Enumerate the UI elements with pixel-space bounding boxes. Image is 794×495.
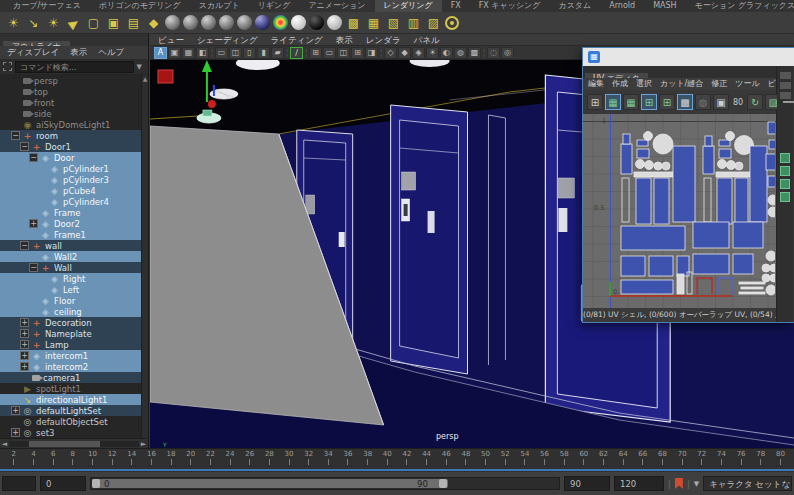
time-tick-32[interactable]: 32 [299, 450, 319, 467]
move-uv-shell-icon[interactable]: ▦ [605, 94, 621, 110]
shaded-icon[interactable]: ◆ [398, 47, 411, 59]
time-tick-28[interactable]: 28 [260, 450, 280, 467]
toolkit-green-button[interactable] [780, 192, 790, 202]
render-view-icon[interactable]: ▥ [405, 14, 422, 32]
image-based-light-icon[interactable]: ◆ [145, 14, 162, 32]
shelf-tab-カーブ/サーフェス[interactable]: カーブ/サーフェス [4, 0, 90, 12]
uv-sew-icon[interactable]: ▦ [623, 94, 639, 110]
shelf-tab-モーション グラフィックス[interactable]: モーション グラフィックス [686, 0, 794, 12]
scroll-right-icon[interactable]: ► [139, 440, 148, 448]
lights-icon[interactable]: ☀ [426, 47, 439, 59]
isolate-select-icon[interactable]: ◎ [501, 47, 514, 59]
time-tick-70[interactable]: 70 [672, 450, 692, 467]
ramp-shader-sphere[interactable] [273, 15, 288, 30]
time-tick-36[interactable]: 36 [338, 450, 358, 467]
character-set-caret-icon[interactable]: ▼ [694, 480, 699, 488]
time-tick-38[interactable]: 38 [358, 450, 378, 467]
toolkit-green-button[interactable] [780, 166, 790, 176]
time-tick-62[interactable]: 62 [594, 450, 614, 467]
xray-icon[interactable]: ◌ [487, 47, 500, 59]
selection-mode-icon[interactable] [3, 62, 12, 71]
animation-start-field[interactable] [2, 476, 36, 491]
time-tick-48[interactable]: 48 [456, 450, 476, 467]
grid-snap-icon[interactable]: ⊞ [641, 94, 657, 110]
brightness-slider[interactable] [783, 94, 794, 110]
antialias-icon[interactable]: ▩ [468, 47, 481, 59]
single-pane-icon[interactable]: ▭ [323, 47, 336, 59]
menu-ライティング[interactable]: ライティング [271, 34, 323, 45]
time-tick-58[interactable]: 58 [554, 450, 574, 467]
volume-light-icon[interactable]: ▣ [105, 14, 122, 32]
menu-ツール[interactable]: ツール [735, 78, 759, 90]
point-light-icon[interactable]: ☀ [5, 14, 22, 32]
select-camera-icon[interactable]: A [154, 47, 167, 59]
expand-toggle-icon[interactable]: − [20, 142, 29, 151]
outliner-item-Door[interactable]: −◈Door [0, 152, 148, 163]
time-tick-16[interactable]: 16 [142, 450, 162, 467]
film-gate-icon[interactable]: ◫ [229, 47, 242, 59]
area-light-icon[interactable]: ▢ [85, 14, 102, 32]
hscroll-track[interactable] [9, 441, 139, 447]
range-slider-fill[interactable] [92, 479, 448, 488]
menu-ディスプレイ[interactable]: ディスプレイ [7, 46, 59, 59]
time-tick-22[interactable]: 22 [201, 450, 221, 467]
time-tick-76[interactable]: 76 [731, 450, 751, 467]
expand-toggle-icon[interactable]: + [11, 428, 20, 437]
outliner-item-camera1[interactable]: camera1 [0, 372, 148, 383]
toolkit-green-button[interactable] [780, 179, 790, 189]
shelf-tab-カスタム[interactable]: カスタム [549, 0, 600, 12]
lambert-sphere[interactable] [201, 15, 216, 30]
outliner-item-spotLight1[interactable]: ▶spotLight1 [0, 383, 148, 394]
phong-sphere[interactable] [219, 15, 234, 30]
refresh-icon[interactable]: ↻ [747, 94, 763, 110]
render-settings-icon[interactable]: ▧ [385, 14, 402, 32]
time-tick-66[interactable]: 66 [633, 450, 653, 467]
outliner-item-Floor[interactable]: ◈Floor [0, 295, 148, 306]
menu-ヘルプ[interactable]: ヘルプ [98, 46, 124, 59]
menu-表示[interactable]: 表示 [336, 34, 353, 45]
anisotropic-sphere[interactable] [237, 15, 252, 30]
time-tick-44[interactable]: 44 [417, 450, 437, 467]
playback-start-field[interactable]: 0 [40, 476, 86, 491]
time-tick-8[interactable]: 8 [63, 450, 83, 467]
uv-lattice-icon[interactable]: ⊞ [587, 94, 603, 110]
shelf-tab-リギング[interactable]: リギング [249, 0, 300, 12]
character-set-field[interactable]: キャラクタ セットなし [703, 476, 792, 491]
uv-window-titlebar[interactable]: ▦ [583, 48, 794, 66]
menu-パネル[interactable]: パネル [414, 34, 440, 45]
lock-camera-icon[interactable]: ▣ [168, 47, 181, 59]
shelf-tab-MASH[interactable]: MASH [644, 0, 685, 12]
expand-toggle-icon[interactable]: − [11, 131, 20, 140]
menu-シェーディング[interactable]: シェーディング [197, 34, 258, 45]
expand-toggle-icon[interactable]: + [20, 329, 29, 338]
time-tick-30[interactable]: 30 [279, 450, 299, 467]
outliner-item-aiSkyDomeLight1[interactable]: ◉aiSkyDomeLight1 [0, 119, 148, 130]
displacement-icon[interactable]: ▩ [345, 14, 362, 32]
shelf-tab-レンダリング[interactable]: レンダリング [375, 0, 442, 12]
time-tick-80[interactable]: 80 [771, 450, 791, 467]
time-tick-64[interactable]: 64 [613, 450, 633, 467]
outliner-item-pCylinder4[interactable]: ◈pCylinder4 [0, 196, 148, 207]
bookmark-icon[interactable]: ◧ [196, 47, 209, 59]
hscroll-thumb[interactable] [29, 441, 101, 447]
outliner-item-side[interactable]: side [0, 108, 148, 119]
layered-shader-sphere[interactable] [255, 15, 270, 30]
toolkit-green-button[interactable] [780, 153, 790, 163]
outliner-item-pCylinder3[interactable]: ◈pCylinder3 [0, 174, 148, 185]
shelf-tab-アニメーション[interactable]: アニメーション [299, 0, 374, 12]
two-pane-icon[interactable]: ◫ [337, 47, 350, 59]
spot-light-icon[interactable]: ▶ [61, 10, 85, 34]
menu-修正[interactable]: 修正 [711, 78, 727, 90]
command-search-input[interactable]: コマンド検索... [15, 61, 134, 73]
menu-編集[interactable]: 編集 [588, 78, 604, 90]
time-tick-40[interactable]: 40 [377, 450, 397, 467]
outliner-item-Left[interactable]: ◈Left [0, 284, 148, 295]
tile-outline-icon[interactable]: ▩ [677, 94, 693, 110]
outliner-item-defaultLightSet[interactable]: +◎defaultLightSet [0, 405, 148, 416]
range-end-handle[interactable] [439, 479, 447, 488]
blinn-sphere[interactable] [183, 15, 198, 30]
outliner-item-Right[interactable]: ◈Right [0, 273, 148, 284]
set-key-icon[interactable] [675, 478, 683, 489]
time-tick-14[interactable]: 14 [122, 450, 142, 467]
shelf-tab-Arnold[interactable]: Arnold [600, 0, 644, 12]
